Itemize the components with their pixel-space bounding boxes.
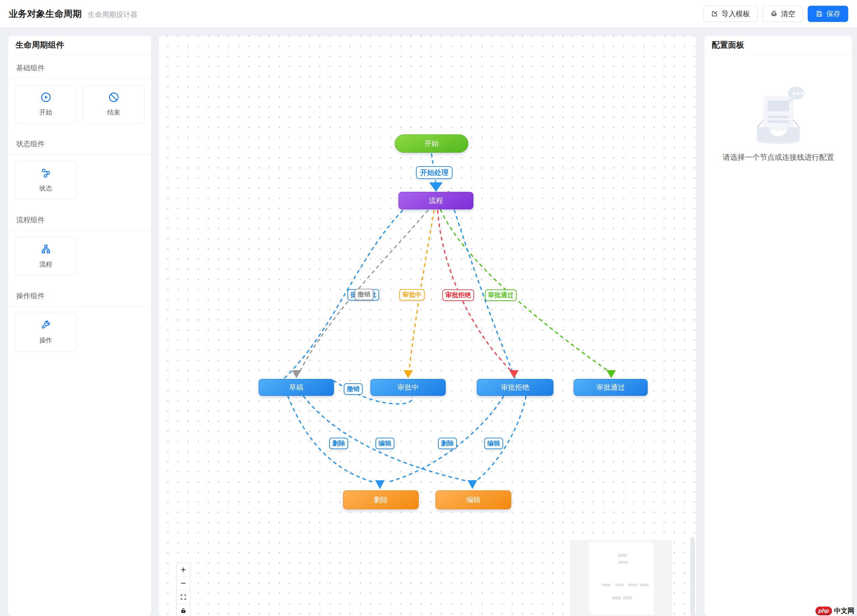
canvas-scrollbar[interactable] bbox=[690, 537, 695, 616]
fit-view-button[interactable] bbox=[176, 590, 190, 604]
component-label: 流程 bbox=[40, 260, 53, 269]
edge-label[interactable]: 开始处理 bbox=[416, 166, 452, 179]
component-label: 操作 bbox=[40, 336, 53, 345]
edge-label[interactable]: 编辑 bbox=[484, 438, 503, 449]
flow-node-delete[interactable]: 删除 bbox=[343, 491, 419, 509]
edge-label[interactable]: 审批中 bbox=[399, 289, 425, 300]
component-label: 开始 bbox=[40, 108, 53, 117]
sidebar-section: 操作组件操作 bbox=[8, 282, 151, 358]
forbid-icon bbox=[108, 92, 119, 104]
minimap-node bbox=[618, 561, 628, 563]
arrowhead-rejected bbox=[509, 370, 519, 378]
edges-layer bbox=[159, 36, 696, 616]
clear-button[interactable]: 清空 bbox=[763, 6, 803, 22]
arrowhead-process bbox=[429, 183, 443, 192]
arrowhead-edit bbox=[468, 480, 477, 489]
edge-label[interactable]: 删除 bbox=[438, 438, 457, 449]
component-label: 结束 bbox=[107, 108, 120, 117]
minimap-node bbox=[612, 596, 621, 599]
minimap-node bbox=[602, 583, 611, 586]
arrowhead-draft bbox=[292, 370, 301, 378]
sitemap-icon bbox=[40, 244, 51, 256]
watermark-text: 中文网 bbox=[834, 606, 854, 615]
app-header: 业务对象生命周期 生命周期设计器 导入模板 清空 保存 bbox=[0, 0, 857, 28]
section-label: 操作组件 bbox=[8, 282, 151, 306]
flow-node-process[interactable]: 流程 bbox=[398, 192, 473, 209]
edge-draft-process[interactable] bbox=[284, 191, 424, 378]
minimap-node bbox=[628, 583, 637, 586]
play-circle-icon bbox=[40, 92, 51, 104]
component-label: 状态 bbox=[40, 184, 53, 193]
sidebar-section: 流程组件流程 bbox=[8, 206, 151, 282]
page-subtitle: 生命周期设计器 bbox=[88, 10, 138, 19]
edge-label[interactable]: 编辑 bbox=[376, 438, 394, 449]
site-watermark: php 中文网 bbox=[815, 606, 854, 615]
empty-inbox-illustration bbox=[741, 84, 815, 144]
php-logo: php bbox=[815, 607, 832, 615]
flow-node-start[interactable]: 开始 bbox=[395, 135, 468, 153]
component-card-开始[interactable]: 开始 bbox=[15, 85, 77, 124]
minimap-page bbox=[589, 542, 654, 614]
sidebar-title: 生命周期组件 bbox=[8, 36, 151, 54]
lock-button[interactable] bbox=[176, 604, 190, 616]
edge-rejected-process[interactable] bbox=[449, 191, 515, 378]
flow-node-edit[interactable]: 编辑 bbox=[436, 491, 511, 509]
arrowhead-delete bbox=[375, 480, 385, 489]
zoom-in-button[interactable]: + bbox=[176, 563, 190, 576]
divider bbox=[704, 54, 852, 54]
edge-label[interactable]: 撤销 bbox=[354, 289, 373, 300]
minimap-node bbox=[640, 583, 649, 586]
header-actions: 导入模板 清空 保存 bbox=[703, 6, 848, 22]
config-empty-text: 请选择一个节点或连接线进行配置 bbox=[722, 152, 834, 163]
flow-node-approved[interactable]: 审批通过 bbox=[574, 379, 648, 396]
edge-label[interactable]: 审批拒绝 bbox=[442, 289, 474, 301]
save-label: 保存 bbox=[826, 9, 840, 19]
import-template-button[interactable]: 导入模板 bbox=[703, 6, 758, 22]
import-template-label: 导入模板 bbox=[722, 9, 750, 19]
wrench-icon bbox=[40, 320, 51, 332]
minimap-node bbox=[623, 596, 632, 599]
minimap-node bbox=[618, 554, 627, 557]
config-panel: 配置面板 请选择一个节点或连接线进行配置 bbox=[704, 36, 852, 616]
flow-node-draft[interactable]: 草稿 bbox=[259, 379, 334, 396]
flow-node-rejected[interactable]: 审批拒绝 bbox=[477, 379, 554, 396]
import-icon bbox=[711, 10, 718, 17]
clear-brush-icon bbox=[770, 10, 778, 17]
save-icon bbox=[815, 10, 823, 17]
component-card-操作[interactable]: 操作 bbox=[15, 313, 77, 351]
component-card-流程[interactable]: 流程 bbox=[15, 237, 77, 275]
component-card-结束[interactable]: 结束 bbox=[83, 85, 144, 124]
section-label: 状态组件 bbox=[8, 130, 151, 154]
flow-node-approving[interactable]: 审批中 bbox=[370, 379, 446, 396]
component-card-状态[interactable]: 状态 bbox=[15, 161, 77, 200]
minimap[interactable] bbox=[570, 540, 672, 616]
config-panel-title: 配置面板 bbox=[704, 36, 852, 54]
save-button[interactable]: 保存 bbox=[808, 6, 848, 22]
page-title: 业务对象生命周期 bbox=[9, 8, 82, 20]
edge-label[interactable]: 撤销 bbox=[344, 383, 363, 395]
zoom-out-button[interactable]: − bbox=[176, 576, 190, 590]
section-label: 基础组件 bbox=[8, 54, 151, 78]
section-label: 流程组件 bbox=[8, 206, 151, 230]
sidebar-section: 状态组件状态 bbox=[8, 130, 151, 206]
arrowhead-approved bbox=[606, 370, 616, 378]
config-empty-state: 请选择一个节点或连接线进行配置 bbox=[704, 84, 852, 163]
edge-label[interactable]: 删除 bbox=[329, 438, 348, 449]
edge-label[interactable]: 审批通过 bbox=[485, 289, 517, 301]
minimap-node bbox=[615, 583, 624, 586]
clear-label: 清空 bbox=[781, 9, 795, 19]
arrowhead-approving bbox=[404, 370, 413, 378]
component-sidebar: 生命周期组件 基础组件开始结束状态组件状态流程组件流程操作组件操作 bbox=[8, 36, 151, 616]
state-nodes-icon bbox=[40, 168, 51, 180]
flow-canvas[interactable]: 开始处理提交审批撤销审批中审批拒绝审批通过撤销删除编辑删除编辑 开始流程草稿审批… bbox=[159, 36, 696, 616]
sidebar-section: 基础组件开始结束 bbox=[8, 54, 151, 130]
zoom-controls: +− bbox=[176, 563, 190, 616]
